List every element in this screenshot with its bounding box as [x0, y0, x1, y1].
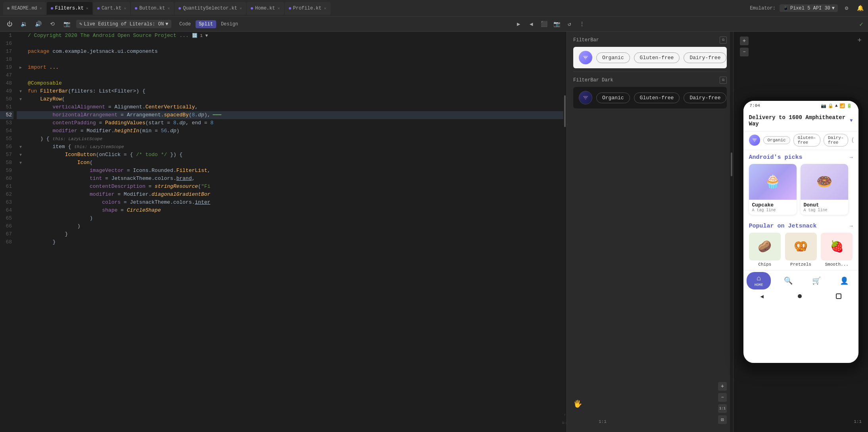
tab-quantity[interactable]: QuantitySelector.kt ✕	[175, 2, 246, 15]
play-icon[interactable]: ▶	[514, 19, 523, 29]
chip-organic-light[interactable]: Organic	[596, 52, 630, 63]
chip-dairy-light[interactable]: Dairy-free	[684, 52, 726, 63]
phone-pop-card-smoothie[interactable]: 🍓 Smooth...	[821, 233, 853, 267]
phone-androids-picks-arrow[interactable]: →	[850, 154, 853, 160]
phone-delivery-chevron-icon[interactable]: ▼	[850, 118, 853, 123]
tab-close-cart[interactable]: ✕	[124, 6, 126, 11]
zoom-reset-button[interactable]: 1:1	[718, 404, 727, 413]
phone-zoom-out[interactable]: −	[740, 48, 749, 56]
phone-filter-icon[interactable]	[749, 135, 760, 146]
tab-home[interactable]: Home.kt ✕	[247, 2, 284, 15]
tab-close-readme[interactable]: ✕	[40, 6, 42, 11]
phone-chip-organic[interactable]: Organic	[763, 136, 790, 144]
code-scrollbar-thumb[interactable]	[564, 95, 566, 127]
tab-dot-profile	[289, 7, 291, 10]
zoom-out-button[interactable]: −	[718, 393, 727, 402]
copy-preview-light-button[interactable]: ⧉	[720, 37, 727, 44]
device-selector[interactable]: 📱 Pixel 5 API 30 ▼	[780, 4, 838, 12]
preview-scrollbar-thumb[interactable]	[731, 152, 732, 176]
chip-gluten-light[interactable]: Gluten-free	[634, 52, 680, 63]
code-line-50: LazyRow(	[25, 95, 563, 103]
design-view-button[interactable]: Design	[218, 20, 241, 28]
code-scrollbar[interactable]: ↑ 1:1	[563, 32, 567, 432]
fold-arrow-58[interactable]: ▼	[17, 159, 25, 167]
chip-organic-dark[interactable]: Organic	[596, 93, 630, 103]
chip-dairy-dark[interactable]: Dairy-free	[684, 93, 726, 103]
phone-pop-card-chips[interactable]: 🥔 Chips	[749, 233, 781, 267]
search-nav-icon: 🔍	[784, 276, 793, 285]
hand-tool-button[interactable]: 🖐	[573, 399, 582, 408]
tab-label-quantity: QuantitySelector.kt	[183, 6, 237, 11]
home-icon: ⌂	[757, 274, 761, 282]
filter-icon-light[interactable]	[579, 51, 592, 64]
phone-chip-dairy[interactable]: Dairy-free	[824, 134, 848, 147]
phone-status-icons: 📷 🔒 ▲ 📶 🔋	[821, 103, 852, 108]
fold-arrow-56[interactable]: ▼	[17, 143, 25, 151]
filterbar-light-label: FilterBar ⧉	[573, 37, 727, 44]
phone-card-donut[interactable]: 🍩 Donut A tag line	[801, 164, 848, 215]
phone-nav-search[interactable]: 🔍	[778, 275, 799, 287]
preview-scrollbar[interactable]	[730, 32, 733, 432]
code-text-area[interactable]: / Copyright 2020 The Android Open Source…	[25, 32, 563, 432]
top-bar-right: Emulator: 📱 Pixel 5 API 30 ▼ ⚙ 🔔	[750, 4, 865, 13]
rotate-icon[interactable]: ⟲	[48, 19, 57, 29]
refresh-icon[interactable]: ↺	[565, 19, 574, 29]
tab-filters[interactable]: Filters.kt ✕	[47, 2, 92, 15]
settings-button[interactable]: ⚙	[842, 4, 851, 13]
copy-preview-dark-button[interactable]: ⧉	[720, 77, 727, 84]
fit-screen-button[interactable]: ⊡	[718, 415, 727, 424]
live-editing-toggle[interactable]: ✎ Live Editing of Literals: ON ▼	[76, 20, 171, 28]
filter-icon-dark[interactable]	[579, 91, 592, 104]
phone-pop-smoothie-image: 🍓	[821, 233, 853, 260]
code-view-button[interactable]: Code	[176, 20, 194, 28]
fold-arrow-57[interactable]: ▼	[17, 151, 25, 159]
phone-filter-row: Organic Gluten-free Dairy-free (	[743, 131, 858, 150]
phone-nav-profile[interactable]: 👤	[833, 275, 855, 287]
emulator-label: Emulator:	[750, 6, 776, 11]
phone-zoom-in[interactable]: +	[740, 37, 749, 45]
more-options-icon[interactable]: ⋮	[577, 19, 587, 29]
camera-icon[interactable]: 📷	[552, 19, 561, 29]
second-toolbar: ⏻ 🔉 🔊 ⟲ 📷 ✎ Live Editing of Literals: ON…	[0, 17, 868, 32]
phone-recents-button[interactable]	[836, 293, 841, 299]
fold-arrow-49[interactable]: ▼	[17, 87, 25, 95]
phone-delivery-bar[interactable]: Delivery to 1600 Amphitheater Way ▼	[743, 110, 858, 131]
phone-card-cupcake[interactable]: 🧁 Cupcake A tag line	[749, 164, 797, 215]
phone-pop-card-pretzels[interactable]: 🥨 Pretzels	[785, 233, 817, 267]
tab-close-home[interactable]: ✕	[277, 6, 280, 11]
filterbar-light-box: Organic Gluten-free Dairy-free (	[573, 47, 727, 68]
tab-dot-quantity	[179, 7, 181, 10]
zoom-in-button[interactable]: +	[718, 382, 727, 391]
code-line-62: modifier = Modifier.diagonalGradientBor	[25, 191, 563, 199]
stop-icon[interactable]: ⬛	[539, 19, 549, 29]
fold-arrow-19[interactable]: ▶	[17, 64, 25, 71]
phone-home-indicator[interactable]	[798, 294, 802, 298]
tab-close-quantity[interactable]: ✕	[240, 6, 242, 11]
tab-readme[interactable]: README.md ✕	[3, 2, 46, 15]
tab-close-filters[interactable]: ✕	[86, 6, 88, 11]
phone-chip-gluten[interactable]: Gluten-free	[793, 134, 820, 147]
device-icon: 📱	[783, 5, 789, 11]
code-line-52: horizontalArrangement = Arrangement.spac…	[25, 111, 563, 119]
phone-delivery-text: Delivery to 1600 Amphitheater Way	[749, 114, 850, 127]
phone-nav-home[interactable]: ⌂ HOME	[747, 272, 771, 289]
notifications-button[interactable]: 🔔	[855, 4, 865, 13]
phone-back-button[interactable]: ◀	[760, 293, 763, 300]
back-icon[interactable]: ◀	[526, 19, 536, 29]
chip-gluten-dark[interactable]: Gluten-free	[634, 93, 680, 103]
tab-profile[interactable]: Profile.kt ✕	[285, 2, 330, 15]
phone-nav-cart[interactable]: 🛒	[806, 275, 827, 287]
cart-nav-icon: 🛒	[812, 276, 821, 285]
fold-arrow-50[interactable]: ▼	[17, 95, 25, 103]
code-line-59: imageVector = Icons.Rounded.FilterList,	[25, 167, 563, 175]
split-view-button[interactable]: Split	[196, 20, 216, 28]
tab-close-button[interactable]: ✕	[167, 6, 170, 11]
add-element-button[interactable]: +	[857, 37, 862, 44]
view-mode-buttons: Code Split Design	[176, 20, 241, 28]
snapshot-icon[interactable]: 📷	[62, 19, 71, 29]
tab-button[interactable]: Button.kt ✕	[131, 2, 174, 15]
phone-popular-arrow[interactable]: →	[850, 223, 853, 229]
tab-cart[interactable]: Cart.kt ✕	[93, 2, 130, 15]
phone-pop-chips-name: Chips	[758, 262, 771, 267]
tab-close-profile[interactable]: ✕	[324, 6, 326, 11]
